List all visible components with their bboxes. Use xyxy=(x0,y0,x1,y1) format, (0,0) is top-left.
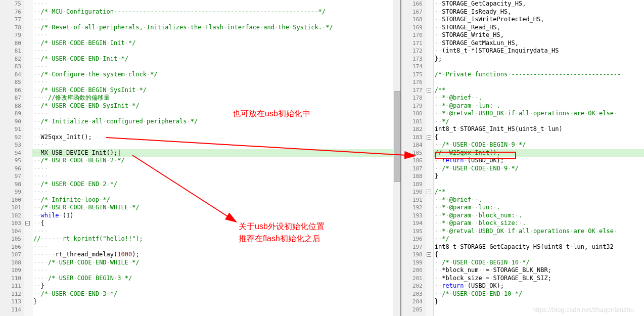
left-code-pane: 7576777879808182838485868788899091929394… xyxy=(0,0,400,316)
watermark: https://blog.csdn.net/zhaqonianzhu xyxy=(532,306,634,313)
right-line-gutter[interactable]: 1661671681691701711721731741751761771781… xyxy=(401,0,426,316)
right-code-area[interactable]: ··STORAGE_GetCapacity_HS,··STORAGE_IsRea… xyxy=(434,0,644,316)
scrollbar-thumb[interactable] xyxy=(394,91,400,182)
right-fold-gutter[interactable]: −−−− xyxy=(426,0,434,316)
editor-split-view: 7576777879808182838485868788899091929394… xyxy=(0,0,644,316)
annotation-2-line2: 推荐在flash初始化之后 xyxy=(239,234,320,244)
annotation-1: 也可放在usb初始化中 xyxy=(233,109,310,119)
left-vertical-scrollbar[interactable] xyxy=(393,0,400,316)
left-fold-gutter[interactable]: − xyxy=(24,0,32,316)
right-code-pane: 1661671681691701711721731741751761771781… xyxy=(401,0,644,316)
left-code-area[interactable]: ······/*·MCU·Configuration--------------… xyxy=(32,0,400,316)
annotation-2-line1: 关于usb外设初始化位置 xyxy=(239,221,325,232)
left-line-gutter[interactable]: 7576777879808182838485868788899091929394… xyxy=(0,0,24,316)
